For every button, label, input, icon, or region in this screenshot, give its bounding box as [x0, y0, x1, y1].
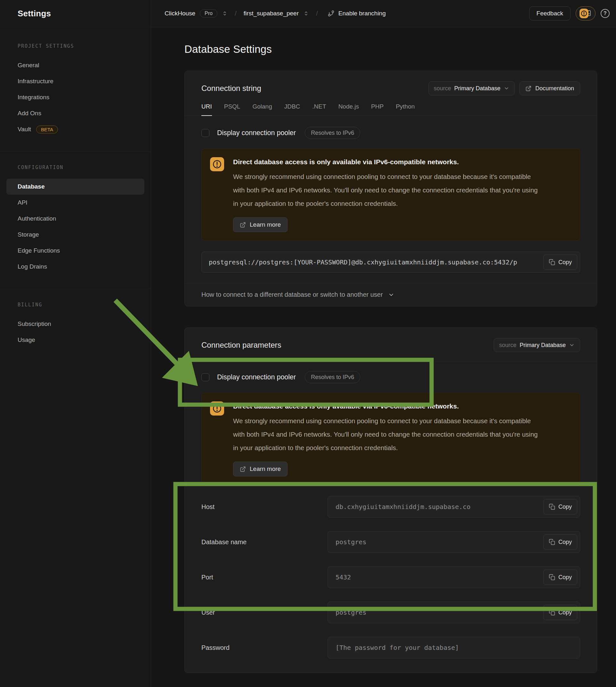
learn-more-button[interactable]: Learn more [233, 217, 287, 232]
ipv6-warning-callout: Direct database access is only available… [201, 149, 580, 241]
sidebar-item-infrastructure[interactable]: Infrastructure [6, 73, 145, 89]
enable-branching-button[interactable]: Enable branching [328, 10, 386, 17]
sidebar-item-label: Infrastructure [18, 78, 53, 85]
chevron-down-icon [569, 342, 575, 348]
sidebar-item-database[interactable]: Database [6, 179, 145, 195]
breadcrumb: ClickHouse Pro / first_supabase_peer / E… [164, 9, 529, 18]
header-main: ClickHouse Pro / first_supabase_peer / E… [151, 0, 616, 27]
sidebar-item-storage[interactable]: Storage [6, 227, 145, 243]
copy-port-button[interactable]: Copy [543, 570, 577, 585]
beta-badge: BETA [36, 126, 58, 133]
page-title: Database Settings [184, 43, 616, 56]
sidebar-item-add-ons[interactable]: Add Ons [6, 105, 145, 121]
port-label: Port [201, 574, 328, 581]
sidebar-item-subscription[interactable]: Subscription [6, 316, 145, 332]
sidebar-item-edge-functions[interactable]: Edge Functions [6, 243, 145, 259]
copy-host-button[interactable]: Copy [543, 499, 577, 514]
sidebar-item-integrations[interactable]: Integrations [6, 89, 145, 105]
sidebar-item-label: Subscription [18, 320, 51, 328]
tab-psql[interactable]: PSQL [224, 102, 240, 116]
top-header: Settings ClickHouse Pro / first_supabase… [0, 0, 616, 27]
tab-python[interactable]: Python [396, 102, 415, 116]
feedback-label: Feedback [536, 10, 563, 17]
display-pooler-label: Display connection pooler [217, 129, 296, 137]
sidebar-item-label: Storage [18, 231, 39, 238]
host-value: db.cxhygiuitamxhniiddjm.supabase.co [335, 503, 470, 511]
user-label: User [201, 609, 328, 616]
sidebar-section-project-settings: PROJECT SETTINGS General Infrastructure … [0, 43, 151, 151]
external-link-icon [240, 222, 246, 228]
tab-nodejs[interactable]: Node.js [338, 102, 359, 116]
sidebar-item-label: Log Drains [18, 263, 47, 270]
port-value: 5432 [335, 573, 351, 581]
copy-icon [549, 539, 555, 545]
chevron-down-icon [504, 86, 509, 91]
copy-icon [549, 609, 555, 616]
database-name-field-row: Database name postgres Copy [201, 531, 580, 553]
app-title: Settings [18, 9, 51, 19]
breadcrumb-project[interactable]: first_supabase_peer [244, 10, 299, 17]
host-field[interactable]: db.cxhygiuitamxhniiddjm.supabase.co Copy [328, 496, 580, 518]
copy-user-button[interactable]: Copy [543, 605, 577, 620]
copy-label: Copy [558, 259, 572, 266]
chevrons-up-down-icon[interactable] [303, 10, 309, 16]
git-branch-icon [328, 10, 335, 17]
display-pooler-row: Display connection pooler Resolves to IP… [201, 126, 580, 140]
warning-icon [210, 157, 224, 232]
sidebar-item-general[interactable]: General [6, 57, 145, 73]
connection-parameters-card: Connection parameters source Primary Dat… [184, 328, 597, 673]
source-select-value: Primary Database [520, 342, 566, 349]
source-select[interactable]: source Primary Database [428, 81, 515, 95]
copy-uri-button[interactable]: Copy [543, 254, 577, 270]
copy-database-name-button[interactable]: Copy [543, 534, 577, 550]
copy-icon [549, 574, 555, 580]
external-link-icon [525, 86, 531, 92]
port-field-row: Port 5432 Copy [201, 566, 580, 588]
copy-icon [549, 504, 555, 510]
display-pooler-checkbox[interactable] [201, 373, 210, 381]
password-field[interactable]: [The password for your database] [328, 637, 580, 659]
tab-jdbc[interactable]: JDBC [284, 102, 300, 116]
database-name-field[interactable]: postgres Copy [328, 531, 580, 553]
user-field-row: User postgres Copy [201, 601, 580, 623]
header-settings-zone: Settings [0, 0, 151, 27]
sidebar-item-label: Database [18, 183, 45, 190]
tab-golang[interactable]: Golang [252, 102, 272, 116]
sidebar-item-label: API [18, 199, 27, 206]
help-button[interactable]: ? [601, 9, 610, 18]
org-plan-badge: Pro [200, 9, 217, 18]
connection-uri-value: postgresql://postgres:[YOUR-PASSWORD]@db… [209, 258, 517, 266]
feedback-button[interactable]: Feedback [529, 6, 571, 21]
connection-string-card: Connection string source Primary Databas… [184, 71, 597, 306]
sidebar-item-usage[interactable]: Usage [6, 332, 145, 348]
connection-parameter-fields: Host db.cxhygiuitamxhniiddjm.supabase.co… [201, 496, 580, 659]
connect-help-disclosure[interactable]: How to connect to a different database o… [185, 283, 597, 306]
tab-dotnet[interactable]: .NET [312, 102, 326, 116]
tab-uri[interactable]: URI [201, 102, 212, 116]
documentation-button[interactable]: Documentation [519, 81, 580, 95]
sidebar-item-label: Add Ons [18, 110, 41, 117]
connection-uri-box[interactable]: postgresql://postgres:[YOUR-PASSWORD]@db… [201, 252, 580, 273]
tab-php[interactable]: PHP [371, 102, 383, 116]
sidebar-item-label: Integrations [18, 94, 49, 101]
sidebar-item-api[interactable]: API [6, 195, 145, 210]
breadcrumb-org[interactable]: ClickHouse [164, 10, 195, 17]
help-icon: ? [603, 10, 607, 16]
notifications-button[interactable] [576, 6, 595, 21]
chevrons-up-down-icon[interactable] [222, 10, 228, 16]
breadcrumb-separator: / [313, 9, 321, 17]
sidebar-item-label: Usage [18, 336, 35, 344]
connection-parameters-title: Connection parameters [201, 340, 281, 350]
source-select-label: source [499, 342, 516, 349]
display-pooler-checkbox[interactable] [201, 129, 210, 137]
port-field[interactable]: 5432 Copy [328, 566, 580, 588]
learn-more-button[interactable]: Learn more [233, 462, 287, 477]
display-pooler-row: Display connection pooler Resolves to IP… [201, 370, 580, 384]
sidebar-item-authentication[interactable]: Authentication [6, 210, 145, 227]
source-select[interactable]: source Primary Database [494, 338, 580, 352]
sidebar-item-vault[interactable]: Vault BETA [6, 121, 145, 137]
external-link-icon [240, 466, 246, 472]
user-field[interactable]: postgres Copy [328, 601, 580, 623]
sidebar-item-log-drains[interactable]: Log Drains [6, 259, 145, 275]
sidebar-item-label: Vault [18, 126, 31, 133]
